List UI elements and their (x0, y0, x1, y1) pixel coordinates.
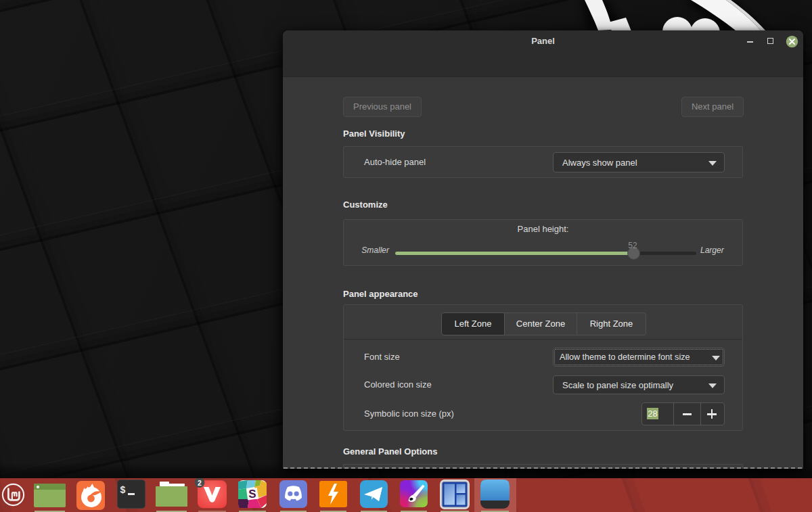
svg-text:S: S (248, 488, 256, 501)
svg-text:2: 2 (198, 479, 202, 487)
